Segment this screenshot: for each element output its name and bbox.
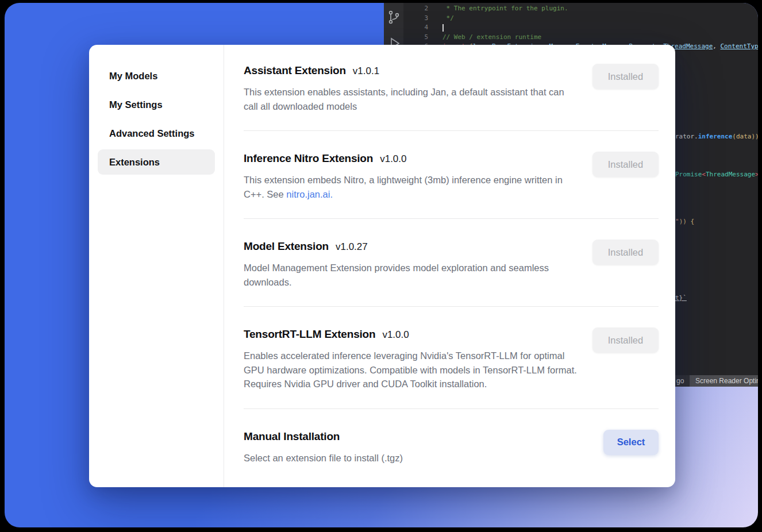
code-fragment: t}` xyxy=(675,294,687,303)
code-fragment: Promise<ThreadMessage> xyxy=(675,170,758,180)
nitro-jan-ai-link[interactable]: nitro.jan.ai. xyxy=(286,189,333,199)
extension-version: v1.0.0 xyxy=(380,153,406,165)
select-file-button[interactable]: Select xyxy=(603,430,659,455)
source-control-icon[interactable] xyxy=(387,10,401,25)
extension-version: v1.0.27 xyxy=(336,241,368,253)
code-fragment: ")) { xyxy=(675,217,694,227)
installed-button[interactable]: Installed xyxy=(592,240,659,265)
extension-row-model: Model Extension v1.0.27 Model Management… xyxy=(244,240,659,289)
extension-row-manual-installation: Manual Installation Select an extension … xyxy=(244,430,659,465)
desktop-wallpaper: 2 * The entrypoint for the plugin. 3 */ … xyxy=(5,3,758,527)
sidebar-item-extensions[interactable]: Extensions xyxy=(98,149,215,175)
extension-name: Assistant Extension xyxy=(244,64,346,78)
extension-name: Manual Installation xyxy=(244,430,340,444)
text-cursor xyxy=(442,24,444,32)
row-divider xyxy=(244,130,659,131)
sidebar-item-advanced-settings[interactable]: Advanced Settings xyxy=(98,121,215,146)
extension-description: Model Management Extension provides mode… xyxy=(244,261,580,289)
extension-name: Model Extension xyxy=(244,240,329,253)
extensions-panel: Assistant Extension v1.0.1 This extensio… xyxy=(224,45,675,487)
installed-button[interactable]: Installed xyxy=(592,64,659,89)
extension-row-tensorrt-llm: TensortRT-LLM Extension v1.0.0 Enables a… xyxy=(244,327,659,391)
extension-description: This extension embeds Nitro, a lightweig… xyxy=(244,173,580,201)
row-divider xyxy=(244,218,659,219)
extension-version: v1.0.0 xyxy=(382,329,409,341)
settings-modal: My Models My Settings Advanced Settings … xyxy=(89,45,675,487)
code-fragment: rator.inference(data)); xyxy=(675,132,758,142)
row-divider xyxy=(244,408,659,409)
installed-button[interactable]: Installed xyxy=(592,152,659,177)
installed-button[interactable]: Installed xyxy=(592,327,659,353)
extension-version: v1.0.1 xyxy=(353,65,379,77)
code-right-column: rator.inference(data)); Promise<ThreadMe… xyxy=(675,3,758,387)
sidebar-item-my-models[interactable]: My Models xyxy=(98,63,215,88)
extension-description: This extension enables assistants, inclu… xyxy=(244,85,580,113)
settings-sidebar: My Models My Settings Advanced Settings … xyxy=(89,45,224,487)
extension-description: Enables accelerated inference leveraging… xyxy=(244,349,580,391)
extension-row-inference-nitro: Inference Nitro Extension v1.0.0 This ex… xyxy=(244,152,659,201)
screen-reader-optimized-status[interactable]: Screen Reader Optimized xyxy=(690,375,758,387)
extension-row-assistant: Assistant Extension v1.0.1 This extensio… xyxy=(244,64,659,113)
row-divider xyxy=(244,306,659,307)
extension-name: Inference Nitro Extension xyxy=(244,152,373,165)
sidebar-item-my-settings[interactable]: My Settings xyxy=(98,92,215,117)
extension-description: Select an extension file to install (.tg… xyxy=(244,451,403,465)
extension-name: TensortRT-LLM Extension xyxy=(244,327,375,341)
status-bar-text: go xyxy=(676,375,684,387)
